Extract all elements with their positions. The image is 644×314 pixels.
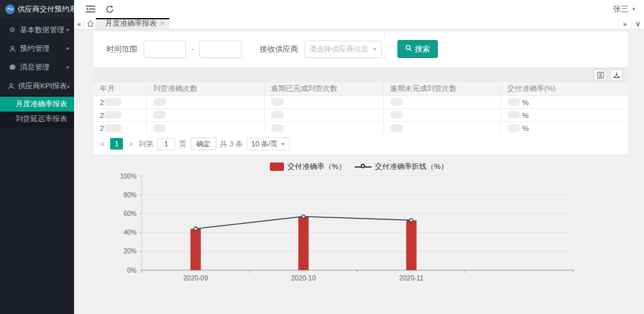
sidebar-submenu: 月度准确率报表 到货延迟率报表 (0, 95, 74, 128)
next-page-icon[interactable]: > (127, 140, 135, 148)
goto-confirm-button[interactable]: 确定 (191, 137, 216, 150)
sidebar-menu: ⚙ 基本数据管理 ▾ 预约管理 ▾ 消息管理 ▾ (0, 21, 74, 128)
chevron-up-icon: ▴ (67, 83, 70, 89)
time-from-input[interactable] (144, 41, 186, 58)
goto-suffix-label: 页 (179, 139, 187, 149)
kpi-chart: 0%20%40%60%80%100%2020-092020-102020-11 (74, 172, 644, 288)
x-axis-tick-label: 2020-10 (291, 274, 316, 282)
bar[interactable] (191, 229, 201, 270)
logo-row: 供应商交付预约系统 (0, 0, 74, 18)
user-chart-icon (8, 83, 15, 90)
search-form: 时间范围 - 接收供应商 请选择供应商信息 ▼ 搜索 (93, 32, 628, 67)
time-to-input[interactable] (199, 41, 242, 58)
redacted-value (390, 111, 403, 119)
caret-down-icon: ▼ (631, 6, 636, 12)
supplier-select[interactable]: 请选择供应商信息 ▼ (305, 41, 382, 58)
pagination: < 1 > 到第 页 确定 共 3 条 10 条/页 ▼ (93, 134, 628, 154)
tab-monthly-accuracy-report[interactable]: 月度准确率报表 × (96, 18, 169, 29)
home-icon[interactable] (85, 18, 96, 29)
col-header-overdue-done: 逾期已完成到货次数 (264, 83, 383, 95)
supplier-select-placeholder: 请选择供应商信息 (309, 44, 372, 54)
export-icon[interactable] (610, 69, 623, 81)
redacted-value (153, 124, 166, 132)
column-settings-icon[interactable] (594, 69, 607, 81)
sidebar-item-delivery-delay-report[interactable]: 到货延迟率报表 (0, 112, 74, 126)
redacted-value (390, 124, 403, 132)
redacted-value (271, 111, 284, 119)
redacted-value (390, 98, 403, 106)
y-axis-tick-label: 40% (124, 229, 137, 236)
sidebar: 供应商交付预约系统 ⚙ 基本数据管理 ▾ 预约管理 ▾ 消息管理 ▾ (0, 0, 74, 314)
prev-page-icon[interactable]: < (99, 140, 106, 148)
sidebar-item-label: 基本数据管理 (20, 25, 66, 35)
supplier-label: 接收供应商 (260, 44, 298, 55)
fold-menu-icon[interactable] (83, 2, 97, 16)
table-row: 2 % (93, 95, 628, 108)
col-header-overdue-undone: 逾期未完成到货次数 (383, 83, 500, 95)
y-axis-tick-label: 100% (120, 173, 137, 180)
redacted-value (507, 98, 520, 106)
refresh-icon[interactable] (102, 2, 117, 16)
tabs-scroll-left-icon[interactable]: « (74, 18, 85, 29)
tab-label: 月度准确率报表 (105, 19, 157, 28)
content: 时间范围 - 接收供应商 请选择供应商信息 ▼ 搜索 (74, 30, 644, 314)
col-header-accuracy: 交付准确率(%) (500, 83, 628, 95)
sidebar-item-monthly-accuracy-report[interactable]: 月度准确率报表 (0, 97, 74, 112)
sidebar-item-basic-data[interactable]: ⚙ 基本数据管理 ▾ (0, 21, 74, 39)
x-axis-tick-label: 2020-11 (399, 274, 424, 282)
redacted-value (104, 124, 122, 132)
legend-item-line[interactable]: 交付准确率折线（%） (355, 162, 448, 172)
app-logo-icon (5, 5, 15, 14)
chart-section: 交付准确率（%） 交付准确率折线（%） 0%20%40%60%80%100%20… (74, 161, 644, 290)
chevron-down-icon: ▾ (66, 46, 69, 52)
sidebar-item-label: 预约管理 (20, 44, 66, 54)
page-size-select[interactable]: 10 条/页 ▼ (247, 137, 289, 150)
line-marker[interactable] (410, 219, 413, 222)
sidebar-item-label: 消息管理 (20, 63, 66, 72)
goto-page-input[interactable] (157, 138, 175, 150)
sidebar-item-reservation[interactable]: 预约管理 ▾ (0, 39, 74, 58)
main-area: 张三 ▼ « 月度准确率报表 × » ∨ 时间范围 (74, 0, 644, 314)
report-panel: 时间范围 - 接收供应商 请选择供应商信息 ▼ 搜索 (93, 32, 628, 154)
col-header-arrival-accurate: 到货准确次数 (146, 83, 264, 95)
chevron-down-icon: ▼ (281, 142, 285, 146)
chart-legend: 交付准确率（%） 交付准确率折线（%） (74, 161, 644, 172)
redacted-value (507, 111, 520, 119)
y-axis-tick-label: 60% (124, 210, 137, 217)
redacted-value (153, 98, 166, 106)
legend-label: 交付准确率折线（%） (375, 162, 448, 172)
user-menu[interactable]: 张三 ▼ (613, 4, 636, 15)
redacted-value (271, 124, 284, 132)
redacted-value (104, 111, 122, 119)
sidebar-item-kpi-reports[interactable]: 供应商KPI报表 ▴ (0, 77, 74, 95)
y-axis-tick-label: 80% (124, 191, 137, 199)
line-marker[interactable] (194, 227, 197, 230)
sidebar-item-messages[interactable]: 消息管理 ▾ (0, 58, 74, 77)
time-range-label: 时间范围 (106, 44, 137, 55)
redacted-value (153, 111, 166, 119)
y-axis-tick-label: 0% (128, 267, 137, 274)
line-marker[interactable] (302, 215, 305, 218)
total-count-label: 共 3 条 (220, 139, 243, 149)
top-toolbar: 张三 ▼ (74, 0, 644, 18)
redacted-value (104, 98, 122, 106)
bar[interactable] (298, 217, 308, 270)
tabs-scroll-right-icon[interactable]: » (618, 18, 631, 29)
search-button[interactable]: 搜索 (397, 40, 438, 58)
close-icon[interactable]: × (161, 20, 165, 27)
cell-accuracy-unit: % (522, 111, 529, 119)
legend-item-bar[interactable]: 交付准确率（%） (270, 162, 346, 172)
search-icon (405, 44, 412, 54)
page-number-button[interactable]: 1 (110, 138, 123, 150)
y-axis-tick-label: 20% (124, 248, 137, 255)
redacted-value (271, 98, 284, 106)
table-header-row: 年月 到货准确次数 逾期已完成到货次数 逾期未完成到货次数 交付准确率(%) (93, 83, 628, 95)
gear-icon: ⚙ (8, 26, 17, 34)
tabs-more-icon[interactable]: ∨ (631, 18, 644, 29)
app-root: 供应商交付预约系统 ⚙ 基本数据管理 ▾ 预约管理 ▾ 消息管理 ▾ (0, 0, 644, 314)
line-marker-icon (355, 162, 372, 171)
bar[interactable] (406, 221, 417, 270)
message-icon (8, 64, 17, 71)
range-dash: - (191, 44, 194, 54)
user-icon (8, 45, 17, 52)
